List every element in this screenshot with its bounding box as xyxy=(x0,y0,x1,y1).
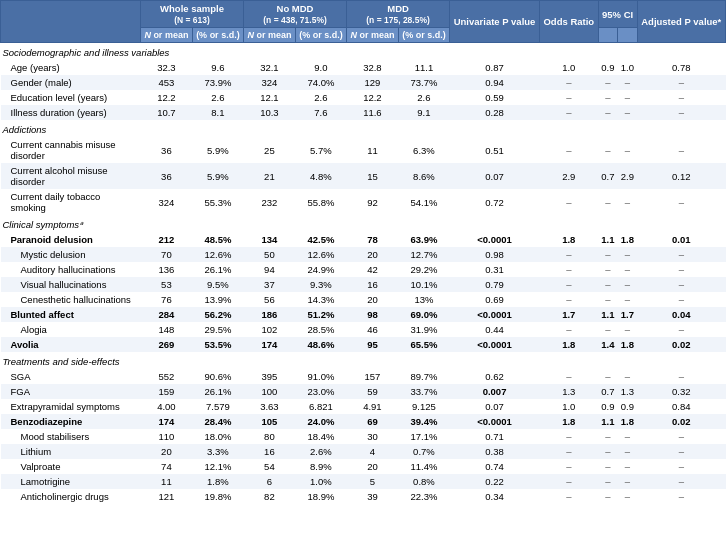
table-row: Visual hallucinations539.5%379.3%1610.1%… xyxy=(1,277,726,292)
row-label: Lithium xyxy=(1,444,141,459)
mdd-n: 4.91 xyxy=(347,399,399,414)
ci-hi: 1.8 xyxy=(618,232,638,247)
ws-pct: 2.6 xyxy=(192,90,243,105)
ci-lo: 0.9 xyxy=(598,399,618,414)
nomdd-pct: 74.0% xyxy=(295,75,346,90)
adj-p: – xyxy=(637,189,725,215)
ws-pct: 13.9% xyxy=(192,292,243,307)
ci-hi: – xyxy=(618,369,638,384)
nomdd-n: 395 xyxy=(244,369,296,384)
adj-p: – xyxy=(637,247,725,262)
ws-pct: 12.1% xyxy=(192,459,243,474)
mdd-n: 46 xyxy=(347,322,399,337)
ci-hi-header xyxy=(618,28,638,43)
mdd-n: 32.8 xyxy=(347,60,399,75)
mdd-n: 20 xyxy=(347,292,399,307)
adj-p: – xyxy=(637,292,725,307)
ci-lo: 1.1 xyxy=(598,307,618,322)
odds-ratio: – xyxy=(540,444,599,459)
mdd-n: 20 xyxy=(347,459,399,474)
nomdd-n: 324 xyxy=(244,75,296,90)
ws-n: 453 xyxy=(141,75,193,90)
row-label: SGA xyxy=(1,369,141,384)
adj-p: 0.12 xyxy=(637,163,725,189)
adj-p: 0.02 xyxy=(637,414,725,429)
nomdd-pct-header: (% or s.d.) xyxy=(295,28,346,43)
header-row-1: Whole sample(N = 613) No MDD(n = 438, 71… xyxy=(1,1,726,28)
nomdd-pct: 42.5% xyxy=(295,232,346,247)
row-label: Illness duration (years) xyxy=(1,105,141,120)
adj-p: – xyxy=(637,277,725,292)
row-label: Benzodiazepine xyxy=(1,414,141,429)
mdd-n: 157 xyxy=(347,369,399,384)
table-row: FGA15926.1%10023.0%5933.7%0.0071.30.71.3… xyxy=(1,384,726,399)
ci-hi: 1.8 xyxy=(618,414,638,429)
nomdd-pct: 51.2% xyxy=(295,307,346,322)
ws-pct: 12.6% xyxy=(192,247,243,262)
odds-ratio: – xyxy=(540,75,599,90)
row-label: Age (years) xyxy=(1,60,141,75)
ws-pct: 8.1 xyxy=(192,105,243,120)
p-value: 0.007 xyxy=(450,384,540,399)
table-row: Cenesthetic hallucinations7613.9%5614.3%… xyxy=(1,292,726,307)
ci-lo: – xyxy=(598,489,618,504)
p-value: 0.59 xyxy=(450,90,540,105)
ws-n: 4.00 xyxy=(141,399,193,414)
mdd-pct: 89.7% xyxy=(398,369,449,384)
odds-ratio: – xyxy=(540,429,599,444)
ws-n: 159 xyxy=(141,384,193,399)
adj-p: 0.84 xyxy=(637,399,725,414)
row-label: Valproate xyxy=(1,459,141,474)
mdd-pct: 54.1% xyxy=(398,189,449,215)
nomdd-n: 105 xyxy=(244,414,296,429)
nomdd-pct: 91.0% xyxy=(295,369,346,384)
nomdd-n: 100 xyxy=(244,384,296,399)
table-row: Illness duration (years)10.78.110.37.611… xyxy=(1,105,726,120)
mdd-n: 95 xyxy=(347,337,399,352)
nomdd-pct: 24.0% xyxy=(295,414,346,429)
row-label: Education level (years) xyxy=(1,90,141,105)
mdd-n: 16 xyxy=(347,277,399,292)
ws-n: 121 xyxy=(141,489,193,504)
ci-hi: 1.3 xyxy=(618,384,638,399)
ws-n: 74 xyxy=(141,459,193,474)
p-value: 0.62 xyxy=(450,369,540,384)
nomdd-pct: 23.0% xyxy=(295,384,346,399)
section-header-2: Clinical symptomsᵃ xyxy=(1,215,726,232)
ci-lo: – xyxy=(598,90,618,105)
row-label: Current cannabis misuse disorder xyxy=(1,137,141,163)
nomdd-pct: 14.3% xyxy=(295,292,346,307)
ci-lo: 1.1 xyxy=(598,232,618,247)
nomdd-pct: 24.9% xyxy=(295,262,346,277)
mdd-n: 5 xyxy=(347,474,399,489)
nomdd-n-header: N or mean xyxy=(244,28,296,43)
nomdd-n: 50 xyxy=(244,247,296,262)
mdd-n: 4 xyxy=(347,444,399,459)
ci-hi: – xyxy=(618,247,638,262)
ws-n: 10.7 xyxy=(141,105,193,120)
row-label: Anticholinergic drugs xyxy=(1,489,141,504)
odds-ratio: – xyxy=(540,277,599,292)
nomdd-pct: 6.821 xyxy=(295,399,346,414)
table-row: Alogia14829.5%10228.5%4631.9%0.44–––– xyxy=(1,322,726,337)
ci-lo: – xyxy=(598,105,618,120)
adj-p: – xyxy=(637,369,725,384)
mdd-pct: 73.7% xyxy=(398,75,449,90)
ws-pct: 9.5% xyxy=(192,277,243,292)
p-value: <0.0001 xyxy=(450,414,540,429)
mdd-n-header: N or mean xyxy=(347,28,399,43)
mdd-n: 59 xyxy=(347,384,399,399)
ci-hi: – xyxy=(618,189,638,215)
odds-ratio: – xyxy=(540,247,599,262)
ws-n: 269 xyxy=(141,337,193,352)
adj-p: 0.78 xyxy=(637,60,725,75)
row-label: FGA xyxy=(1,384,141,399)
ci-lo: 0.9 xyxy=(598,60,618,75)
nomdd-n: 21 xyxy=(244,163,296,189)
mdd-pct: 8.6% xyxy=(398,163,449,189)
ci-lo: – xyxy=(598,459,618,474)
ws-n: 324 xyxy=(141,189,193,215)
odds-ratio: 1.7 xyxy=(540,307,599,322)
p-value: 0.44 xyxy=(450,322,540,337)
mdd-n: 39 xyxy=(347,489,399,504)
